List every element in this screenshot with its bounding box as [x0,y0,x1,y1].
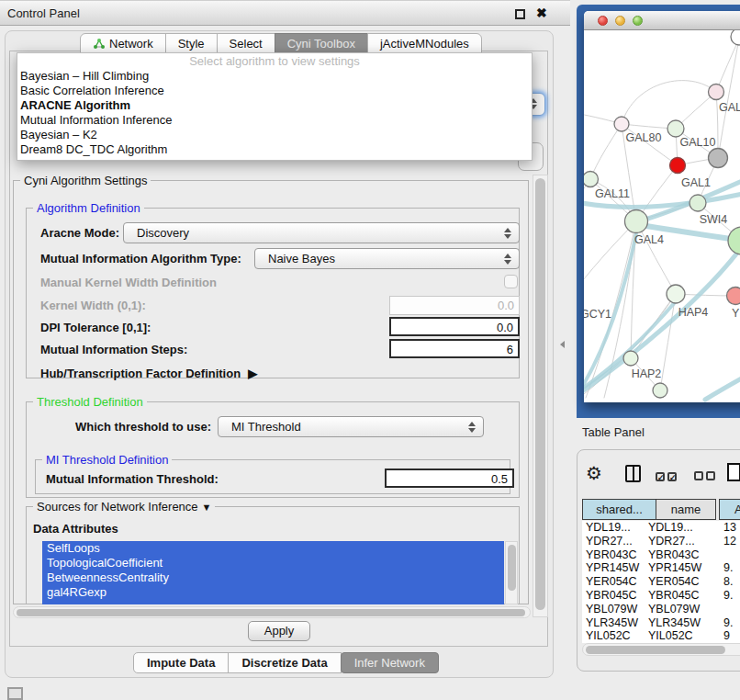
tab-style[interactable]: Style [165,33,218,54]
scrollbar-thumb[interactable] [586,646,725,654]
table-row[interactable]: YPR145WYPR145W9. [582,561,740,575]
unchecked-box-icon [694,471,703,480]
table-row[interactable]: YDR27...YDR27...12 [582,535,740,548]
network-node[interactable] [709,149,728,168]
select-all-columns-icon[interactable]: ✓✓ [656,469,679,483]
table-cell: YER054C [643,575,716,589]
network-node[interactable] [670,158,686,174]
network-node[interactable] [584,172,599,187]
network-node[interactable] [709,85,724,100]
network-node[interactable] [623,351,638,366]
dpi-tolerance-field[interactable]: 0.0 [389,317,520,336]
sources-toggle[interactable]: Sources for Network Inference▼ [33,500,215,514]
attribute-item-selected[interactable]: BetweennessCentrality [42,570,504,585]
scrollbar-thumb[interactable] [508,545,516,591]
algorithm-option[interactable]: Mutual Information Inference [17,113,532,128]
network-node[interactable] [728,227,740,254]
scrollbar-thumb[interactable] [535,178,545,610]
network-node[interactable] [667,285,685,303]
kernel-width-field[interactable]: 0.0 [389,296,520,315]
table-cell: YIL052C [643,629,716,643]
table-row[interactable]: YLR345WYLR345W9. [582,616,740,630]
network-node[interactable] [727,288,740,305]
export-table-icon[interactable] [727,463,740,481]
network-node-label: GAL [719,101,740,114]
tab-label: Infer Network [354,656,425,670]
network-node[interactable] [614,117,629,131]
column-header-shared-name[interactable]: shared... [582,499,656,520]
attribute-item-selected[interactable]: TopologicalCoefficient [42,556,504,570]
table-cell: YBR045C [582,589,643,603]
algorithm-option[interactable]: Bayesian – Hill Climbing [17,69,532,84]
column-layout-icon[interactable] [625,465,641,482]
hub-section-toggle[interactable]: Hub/Transcription Factor Definition▶ [40,367,257,380]
algorithm-definition-title: Algorithm Definition [33,201,144,215]
column-header-name[interactable]: name [656,499,716,520]
table-row[interactable]: YBR043CYBR043C [582,548,740,562]
algorithm-option[interactable]: Basic Correlation Inference [17,84,532,98]
tab-cyni-toolbox[interactable]: Cyni Toolbox [275,33,368,54]
tab-jactivemnodules[interactable]: jActiveMNodules [367,33,482,54]
manual-kernel-checkbox[interactable] [504,275,518,288]
table-cell: YPR145W [643,561,716,575]
mi-algorithm-type-value: Naive Bayes [268,252,335,265]
gear-icon[interactable]: ⚙ [586,462,602,484]
table-row[interactable]: YIL052CYIL052C9 [582,629,740,643]
combo-spinner-icon [503,253,510,265]
which-threshold-combo[interactable]: MI Threshold [218,416,484,437]
mi-threshold-field[interactable]: 0.5 [385,469,514,488]
apply-button[interactable]: Apply [248,621,310,641]
mi-steps-field[interactable]: 6 [389,339,520,358]
settings-vertical-scrollbar[interactable] [533,175,548,617]
tab-select[interactable]: Select [217,33,275,54]
network-node[interactable] [690,195,706,211]
algorithm-option[interactable]: Dream8 DC_TDC Algorithm [17,142,532,157]
panel-divider-arrow[interactable] [560,341,565,348]
network-view-window: GALGAL80GAL10GAL1GAL11GAL4SWI4GCY1HAP4YH… [577,5,740,418]
collapse-down-icon: ▼ [202,502,212,513]
network-canvas-svg: GALGAL80GAL10GAL1GAL11GAL4SWI4GCY1HAP4YH… [584,30,740,402]
column-header-partial[interactable]: A [719,499,740,520]
table-cell: YBR043C [643,548,716,562]
expand-right-icon: ▶ [248,367,257,380]
tab-infer-network[interactable]: Infer Network [341,652,439,673]
network-node[interactable] [653,383,667,398]
table-row[interactable]: YBL079WYBL079W [582,603,740,616]
aracne-mode-combo[interactable]: Discovery [123,222,520,243]
tab-impute-data[interactable]: Impute Data [133,652,229,673]
attribute-list-scrollbar[interactable] [505,541,518,604]
tab-network[interactable]: Network [80,33,166,54]
close-icon[interactable]: ✖ [536,6,547,20]
network-node[interactable] [731,30,740,45]
network-canvas[interactable]: GALGAL80GAL10GAL1GAL11GAL4SWI4GCY1HAP4YH… [584,30,740,402]
table-horizontal-scrollbar[interactable] [582,643,740,656]
mi-algorithm-type-combo[interactable]: Naive Bayes [254,248,520,269]
table-row[interactable]: YER054CYER054C8. [582,575,740,589]
deselect-all-columns-icon[interactable] [694,469,718,483]
table-cell: 13 [716,521,740,535]
scrollbar-thumb[interactable] [17,609,525,616]
algorithm-option-selected[interactable]: ARACNE Algorithm [17,98,532,113]
settings-horizontal-scrollbar[interactable] [13,606,531,618]
table-cell: YBR043C [582,548,643,562]
tab-label: Discretize Data [241,656,327,670]
checked-box-icon: ✓ [667,472,677,481]
table-cell: YLR345W [582,616,643,630]
attribute-item-selected[interactable]: gal4RGexp [42,585,504,600]
attribute-item-selected[interactable]: SelfLoops [42,541,504,556]
algorithm-option[interactable]: Bayesian – K2 [17,128,532,142]
table-row[interactable]: YBR045CYBR045C9. [582,589,740,603]
float-window-icon[interactable] [515,9,525,19]
network-node[interactable] [625,210,648,233]
close-traffic-light-icon[interactable] [598,16,608,26]
minimized-panel-icon[interactable] [7,687,23,700]
network-node[interactable] [667,120,684,137]
tab-discretize-data[interactable]: Discretize Data [228,652,341,673]
dpi-tolerance-label: DPI Tolerance [0,1]: [40,321,151,334]
minimize-traffic-light-icon[interactable] [615,16,625,26]
data-attributes-label: Data Attributes [33,522,118,536]
table-row[interactable]: YDL19...YDL19...13 [582,521,740,535]
zoom-traffic-light-icon[interactable] [633,16,643,26]
network-window-titlebar[interactable] [584,11,740,30]
group-title: Cyni Algorithm Settings [20,174,151,187]
